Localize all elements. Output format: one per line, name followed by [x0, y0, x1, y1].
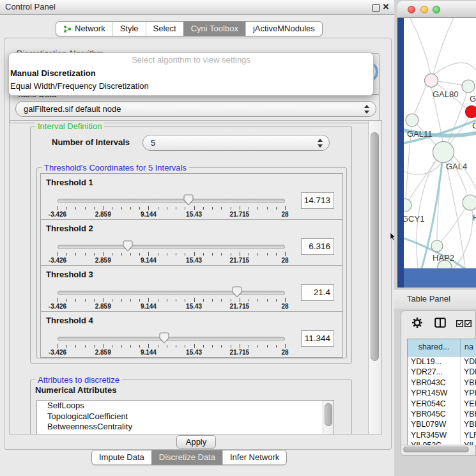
attribute-item[interactable]: SelfLoops [37, 401, 334, 411]
slider-thumb[interactable] [123, 240, 133, 252]
tab-style[interactable]: Style [112, 22, 146, 36]
close-icon[interactable]: ✕ [381, 1, 390, 13]
node-gal11[interactable] [406, 114, 418, 127]
threshold-slider[interactable]: -3.426 2.859 9.144 15.43 21.715 28 [58, 174, 285, 219]
table-cell[interactable]: YDR27... [408, 367, 461, 377]
node-label-c: C [472, 121, 476, 130]
slider-track[interactable] [58, 337, 285, 341]
attribute-item[interactable]: BetweennessCentrality [37, 422, 334, 433]
table-hscrollbar-thumb[interactable] [403, 447, 469, 452]
table-cell[interactable]: YBR0 [461, 409, 476, 419]
panel-scrollbar[interactable] [368, 121, 381, 434]
slider-track[interactable] [58, 291, 285, 295]
table-cell[interactable]: YBR045C [408, 409, 461, 419]
node-hap2[interactable] [431, 240, 443, 252]
slider-track[interactable] [58, 245, 285, 249]
group-title: Interval Definition [35, 121, 104, 131]
slider-thumb[interactable] [159, 332, 169, 344]
table-cell[interactable]: YPR145W [408, 388, 461, 398]
panel-scrollbar-thumb[interactable] [371, 132, 379, 361]
columns-icon[interactable] [434, 318, 446, 328]
apply-button[interactable]: Apply [176, 435, 216, 449]
control-panel: Control Panel ✕ Network Style Select Cyn… [0, 0, 394, 476]
tick-label: -3.426 [49, 303, 66, 310]
node-selected-red[interactable] [466, 106, 476, 118]
table-row[interactable]: YLR345WYLR3 [408, 430, 476, 440]
table-cell[interactable]: YBR043C [408, 378, 461, 388]
tab-label: Network [75, 22, 105, 36]
table-row[interactable]: YBR043CYBR0 [408, 378, 476, 388]
threshold-value-field[interactable]: 6.316 [301, 238, 334, 255]
table-cell[interactable]: YDR2 [461, 367, 476, 377]
slider-track[interactable] [58, 199, 285, 203]
float-window-icon[interactable] [372, 4, 380, 12]
table-cell[interactable]: YLR345W [408, 430, 461, 440]
table-row[interactable]: YPR145WYPR1 [408, 388, 476, 398]
checkbox-icon[interactable] [456, 320, 463, 327]
table-cell[interactable]: YER054C [408, 399, 461, 409]
node-h[interactable] [463, 195, 476, 210]
network-canvas[interactable]: GAL80 G C GAL11 GAL4 GCY1 H HAP2 [404, 18, 476, 268]
dropdown-option-equal-width[interactable]: Equal Width/Frequency Discretization [9, 80, 373, 93]
minimize-traffic-light[interactable] [420, 6, 428, 13]
tick-label: 28 [281, 257, 288, 264]
number-of-intervals-combobox[interactable]: 5 [142, 135, 330, 151]
tab-jactivemnodules[interactable]: jActiveMNodules [245, 22, 322, 36]
control-panel-header: Control Panel ✕ [0, 0, 394, 15]
tick-label: 28 [281, 211, 288, 218]
dropdown-option-manual[interactable]: Manual Discretization [9, 67, 373, 80]
table-cell[interactable]: YBR0 [461, 378, 476, 388]
dropdown-hint: Select algorithm to view settings [9, 53, 373, 67]
slider-tick-labels: -3.426 2.859 9.144 15.43 21.715 28 [58, 211, 285, 219]
table-cell[interactable]: YBL079W [408, 419, 461, 429]
zoom-traffic-light[interactable] [433, 6, 440, 13]
table-data-combobox[interactable]: galFiltered.sif default node [15, 101, 376, 117]
table-panel-title: Table Panel [407, 289, 450, 309]
tick-label: 21.715 [230, 303, 250, 310]
table-cell[interactable]: YBL0 [461, 419, 476, 429]
network-icon [63, 25, 72, 33]
network-window-titlebar[interactable] [397, 1, 476, 18]
node-gcy1[interactable] [404, 199, 411, 211]
slider-thumb[interactable] [232, 286, 242, 298]
tab-select[interactable]: Select [146, 22, 183, 36]
table-cell[interactable]: YDL19... [408, 357, 461, 367]
column-header-shared-name[interactable]: shared... [408, 339, 461, 356]
table-cell[interactable]: YPR1 [461, 388, 476, 398]
checkbox-icon[interactable] [464, 320, 472, 327]
threshold-slider[interactable]: -3.426 2.859 9.144 15.43 21.715 28 [58, 312, 285, 357]
tab-cyni-toolbox[interactable]: Cyni Toolbox [183, 22, 245, 36]
threshold-value-field[interactable]: 21.4 [301, 284, 334, 301]
tick-label: 15.43 [186, 211, 202, 218]
tick-label: 2.859 [95, 303, 111, 310]
numerical-attributes-list[interactable]: SelfLoopsTopologicalCoefficientBetweenne… [36, 400, 334, 434]
table-cell[interactable]: YER0 [461, 399, 476, 409]
threshold-slider[interactable]: -3.426 2.859 9.144 15.43 21.715 28 [58, 220, 285, 265]
table-row[interactable]: YDL19...YDL1 [408, 357, 476, 367]
table-row[interactable]: YDR27...YDR2 [408, 367, 476, 377]
node-gal80[interactable] [425, 74, 438, 88]
gear-icon[interactable] [411, 317, 423, 328]
tab-impute-data[interactable]: Impute Data [92, 450, 151, 464]
tab-discretize-data[interactable]: Discretize Data [151, 450, 222, 464]
node-gal4[interactable] [433, 142, 454, 163]
table-cell[interactable]: YDL1 [461, 357, 476, 367]
threshold-value-field[interactable]: 11.344 [301, 330, 334, 347]
close-traffic-light[interactable] [408, 6, 415, 13]
table-cell[interactable]: YLR3 [461, 430, 476, 440]
threshold-value-field[interactable]: 14.713 [301, 192, 334, 209]
table-row[interactable]: YBL079WYBL0 [408, 419, 476, 429]
table-row[interactable]: YBR045CYBR0 [408, 409, 476, 419]
threshold-slider[interactable]: -3.426 2.859 9.144 15.43 21.715 28 [58, 266, 285, 311]
table-horizontal-scrollbar[interactable] [401, 445, 475, 454]
list-scrollbar[interactable] [323, 401, 334, 434]
tab-infer-network[interactable]: Infer Network [222, 450, 286, 464]
list-scrollbar-thumb[interactable] [325, 403, 332, 426]
tab-network[interactable]: Network [56, 22, 112, 36]
node-top-right[interactable] [462, 80, 475, 93]
slider-thumb[interactable] [183, 194, 194, 206]
column-header-name[interactable]: na [461, 339, 476, 356]
table-row[interactable]: YER054CYER0 [408, 399, 476, 409]
tick-label: 15.43 [186, 349, 202, 356]
attribute-item[interactable]: TopologicalCoefficient [37, 411, 334, 422]
